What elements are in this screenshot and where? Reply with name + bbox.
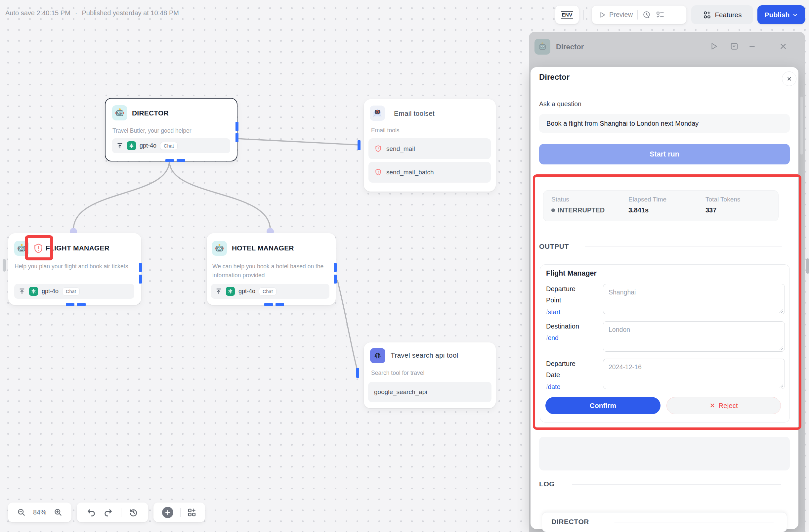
- preview-group: Preview: [592, 5, 687, 24]
- run-modal: Director Ask a question Start run Status…: [531, 67, 798, 529]
- email-icon: [370, 105, 385, 121]
- publish-label: Publish: [765, 11, 790, 19]
- confirm-button[interactable]: Confirm: [546, 397, 660, 414]
- hotel-bottom-handle-2[interactable]: [276, 303, 284, 306]
- node-hotel-manager[interactable]: HOTEL MANAGER We can help you book a hot…: [207, 233, 336, 305]
- chevron-down-icon: [792, 12, 798, 18]
- robot-icon: [212, 241, 227, 256]
- flight-output-handle-2[interactable]: [139, 275, 142, 284]
- variable-name: date: [548, 383, 560, 390]
- status-label: Status: [551, 196, 569, 203]
- output-card-title: Flight Manager: [546, 269, 597, 278]
- redo-icon[interactable]: [104, 508, 113, 517]
- field-textarea-wrap: [603, 284, 785, 314]
- node-subtitle: Search tool for travel: [371, 368, 424, 377]
- zoom-percent[interactable]: 84%: [33, 509, 46, 516]
- align-top-icon: [18, 288, 25, 295]
- output-heading: OUTPUT: [539, 242, 569, 251]
- status-card: Status INTERRUPTED Elapsed Time 3.841s T…: [543, 190, 778, 221]
- flight-bottom-handle-2[interactable]: [77, 303, 86, 306]
- flight-bottom-handle-1[interactable]: [66, 303, 74, 306]
- model-name: gpt-4o: [42, 288, 58, 295]
- version-history-icon[interactable]: [129, 508, 138, 517]
- preview-button[interactable]: Preview: [599, 11, 633, 19]
- close-button[interactable]: [782, 71, 796, 86]
- field-textarea-wrap: [603, 359, 785, 389]
- env-button[interactable]: ENV: [555, 5, 579, 24]
- empty-result-box: [539, 437, 790, 470]
- departure-date-textarea[interactable]: [603, 359, 785, 389]
- tool-row[interactable]: send_mail_batch: [368, 162, 491, 183]
- director-bottom-handle-1[interactable]: [166, 159, 174, 162]
- field-label-line2: Point: [546, 296, 561, 304]
- autosave-text: Auto save 2:40:15 PM: [5, 9, 70, 17]
- model-name: gpt-4o: [140, 142, 156, 149]
- tokens-value: 337: [705, 206, 717, 214]
- features-button[interactable]: Features: [691, 5, 753, 24]
- hotel-bottom-handle-1[interactable]: [264, 303, 273, 306]
- features-icon: [703, 11, 711, 19]
- flight-output-handle-1[interactable]: [139, 263, 142, 272]
- field-label-line1: Departure: [546, 360, 575, 367]
- model-pill[interactable]: gpt-4o Chat: [112, 138, 230, 153]
- zoom-in-icon[interactable]: [54, 508, 63, 517]
- tool-row[interactable]: google_search_api: [368, 382, 492, 402]
- node-travel-search[interactable]: Travel search api tool Search tool for t…: [364, 342, 496, 408]
- more-icon[interactable]: [748, 42, 756, 51]
- canvas-left-handle[interactable]: [3, 259, 6, 272]
- plus-icon: [165, 510, 171, 515]
- chat-badge: Chat: [160, 142, 178, 150]
- log-entry-label: DIRECTOR: [551, 518, 589, 526]
- group-divider: [637, 10, 638, 19]
- node-subtitle: Travel Butler, your good helper: [113, 126, 228, 135]
- undo-icon[interactable]: [87, 508, 96, 517]
- departure-point-textarea[interactable]: [603, 284, 785, 314]
- log-panel-icon[interactable]: [730, 42, 739, 51]
- status-value-row: INTERRUPTED: [551, 206, 605, 214]
- run-history-icon[interactable]: [643, 11, 651, 19]
- autosave-status: Auto save 2:40:15 PM · Published yesterd…: [5, 9, 179, 17]
- tool-name: send_mail_batch: [386, 169, 434, 176]
- field-label-line2: Date: [546, 371, 560, 379]
- chat-badge: Chat: [259, 288, 276, 295]
- director-bottom-handle-2[interactable]: [177, 159, 185, 162]
- play-icon[interactable]: [709, 42, 718, 51]
- add-node-button[interactable]: [162, 507, 173, 518]
- email-input-handle[interactable]: [358, 140, 361, 150]
- log-entry-card[interactable]: DIRECTOR: [542, 512, 787, 532]
- travel-search-input-handle[interactable]: [356, 368, 359, 378]
- close-icon[interactable]: [779, 42, 788, 51]
- hotel-output-handle-1[interactable]: [334, 263, 337, 272]
- director-output-handle-1[interactable]: [236, 122, 239, 131]
- question-input[interactable]: [539, 114, 790, 133]
- reject-button[interactable]: ✕ Reject: [667, 397, 781, 414]
- node-inspector-panel-dimmed: Director Director Ask a question Start r…: [529, 32, 805, 532]
- publish-button[interactable]: Publish: [757, 5, 805, 24]
- field-label-line1: Destination: [546, 323, 579, 330]
- avatar: [534, 39, 550, 55]
- model-pill[interactable]: gpt-4o Chat: [211, 284, 329, 299]
- tool-name: google_search_api: [374, 389, 427, 396]
- node-title: DIRECTOR: [132, 109, 169, 117]
- add-block-icon[interactable]: [187, 508, 196, 517]
- node-director[interactable]: DIRECTOR Travel Butler, your good helper…: [105, 98, 238, 161]
- destination-textarea[interactable]: [603, 321, 785, 352]
- tool-row[interactable]: send_mail: [368, 138, 491, 159]
- checklist-icon[interactable]: [656, 11, 665, 19]
- panel-resize-handle[interactable]: [806, 258, 809, 274]
- hotel-output-handle-2[interactable]: [334, 275, 337, 284]
- field-variable: /date: [546, 383, 560, 391]
- start-run-button[interactable]: Start run: [539, 144, 790, 165]
- model-pill[interactable]: gpt-4o Chat: [14, 284, 134, 299]
- panel-scrollbar[interactable]: [801, 97, 803, 155]
- zoom-out-icon[interactable]: [17, 508, 26, 517]
- flight-manager-output-card: Flight Manager Departure Point /start De…: [540, 264, 790, 423]
- question-label: Ask a question: [539, 100, 582, 108]
- node-flight-manager[interactable]: FLIGHT MANAGER Help you plan your flight…: [8, 233, 141, 305]
- group-divider: [180, 508, 180, 517]
- edge-director-flight: [73, 161, 169, 229]
- section-divider: [585, 246, 782, 247]
- node-email-toolset[interactable]: Email toolset Email tools send_mail send…: [364, 99, 496, 192]
- model-name: gpt-4o: [239, 288, 255, 295]
- director-output-handle-2[interactable]: [236, 133, 239, 142]
